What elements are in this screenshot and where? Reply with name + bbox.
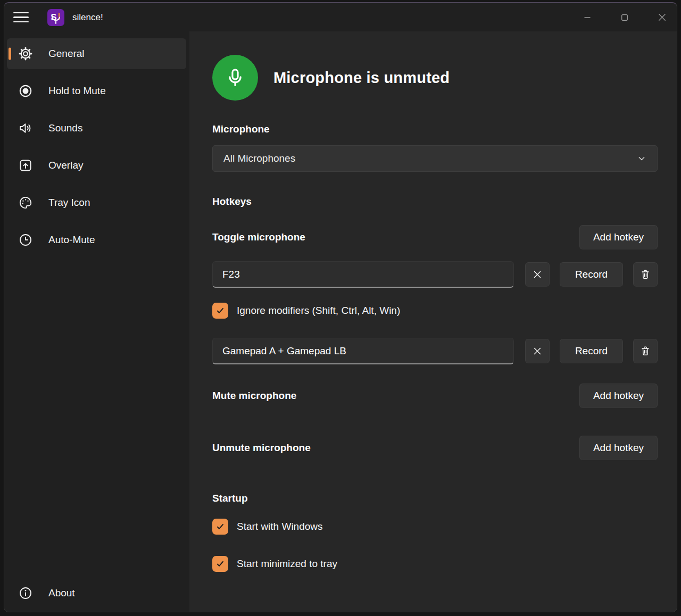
sidebar-item-general[interactable]: General — [7, 38, 186, 69]
sidebar: General Hold to Mute — [4, 31, 189, 612]
hamburger-menu-button[interactable] — [9, 7, 33, 28]
microphone-icon — [212, 55, 258, 101]
maximize-icon[interactable] — [610, 3, 640, 31]
record-button-1[interactable]: Record — [560, 262, 623, 287]
mute-microphone-row: Mute microphone Add hotkey — [212, 384, 658, 408]
sidebar-item-hold-to-mute[interactable]: Hold to Mute — [7, 76, 186, 106]
hotkeys-section-label: Hotkeys — [212, 196, 658, 207]
sidebar-item-sounds[interactable]: Sounds — [7, 113, 186, 144]
sidebar-item-label: Overlay — [48, 160, 83, 171]
status-heading: Microphone is unmuted — [273, 69, 450, 87]
clock-icon — [18, 232, 33, 247]
record-circle-icon — [18, 84, 33, 98]
mic-status: Microphone is unmuted — [212, 55, 658, 101]
main-content: Microphone is unmuted Microphone All Mic… — [189, 31, 677, 612]
toggle-microphone-label: Toggle microphone — [212, 231, 305, 243]
add-hotkey-button-unmute[interactable]: Add hotkey — [579, 436, 658, 460]
palette-icon — [18, 195, 33, 210]
sidebar-item-about[interactable]: About — [7, 578, 186, 609]
caption-buttons — [572, 3, 677, 31]
mute-microphone-label: Mute microphone — [212, 390, 296, 402]
info-icon — [18, 586, 33, 601]
window-title: silence! — [72, 12, 103, 23]
clear-x-icon[interactable] — [525, 262, 550, 287]
start-with-windows-label: Start with Windows — [237, 521, 323, 532]
speaker-icon — [18, 121, 33, 136]
app-window: S ! silence! — [4, 2, 677, 612]
hotkey-binding-row: Record — [212, 338, 658, 364]
toggle-microphone-row: Toggle microphone Add hotkey — [212, 225, 658, 249]
sidebar-item-overlay[interactable]: Overlay — [7, 150, 186, 181]
minimize-icon[interactable] — [572, 3, 602, 31]
ignore-modifiers-checkbox[interactable] — [212, 303, 228, 319]
sidebar-item-tray-icon[interactable]: Tray Icon — [7, 187, 186, 218]
close-icon[interactable] — [647, 3, 677, 31]
hotkey-input-2[interactable] — [212, 338, 514, 364]
start-minimized-label: Start minimized to tray — [237, 558, 337, 570]
overlay-arrow-up-icon — [18, 158, 33, 173]
unmute-microphone-label: Unmute microphone — [212, 442, 311, 454]
ignore-modifiers-label: Ignore modifiers (Shift, Ctrl, Alt, Win) — [237, 305, 400, 317]
record-button-2[interactable]: Record — [560, 339, 623, 363]
start-with-windows-checkbox-row[interactable]: Start with Windows — [212, 519, 658, 535]
sidebar-item-label: Auto-Mute — [48, 234, 95, 246]
chevron-down-icon — [637, 154, 646, 163]
hotkey-binding-row: Record — [212, 261, 658, 288]
add-hotkey-button-mute[interactable]: Add hotkey — [579, 384, 658, 408]
sidebar-item-label: Sounds — [48, 122, 82, 134]
trash-icon[interactable] — [633, 339, 658, 363]
ignore-modifiers-checkbox-row[interactable]: Ignore modifiers (Shift, Ctrl, Alt, Win) — [212, 303, 658, 319]
add-hotkey-button-toggle[interactable]: Add hotkey — [579, 225, 658, 249]
clear-x-icon[interactable] — [525, 339, 550, 363]
desktop: S ! silence! — [0, 0, 681, 616]
sidebar-item-label: General — [48, 48, 85, 60]
trash-icon[interactable] — [633, 262, 658, 287]
sidebar-item-label: Hold to Mute — [48, 85, 106, 97]
selection-indicator — [9, 48, 11, 60]
app-logo-icon: S ! — [47, 9, 64, 26]
microphone-dropdown[interactable]: All Microphones — [212, 145, 658, 172]
sidebar-item-label: Tray Icon — [48, 197, 90, 209]
sidebar-item-label: About — [48, 587, 75, 599]
hotkey-input-1[interactable] — [212, 261, 514, 288]
startup-section-label: Startup — [212, 493, 658, 504]
titlebar: S ! silence! — [4, 3, 677, 31]
start-minimized-checkbox-row[interactable]: Start minimized to tray — [212, 556, 658, 572]
start-minimized-checkbox[interactable] — [212, 556, 228, 572]
gear-icon — [18, 46, 33, 61]
start-with-windows-checkbox[interactable] — [212, 519, 228, 535]
sidebar-item-auto-mute[interactable]: Auto-Mute — [7, 224, 186, 255]
unmute-microphone-row: Unmute microphone Add hotkey — [212, 436, 658, 460]
microphone-dropdown-value: All Microphones — [223, 153, 295, 164]
microphone-label: Microphone — [212, 123, 658, 135]
